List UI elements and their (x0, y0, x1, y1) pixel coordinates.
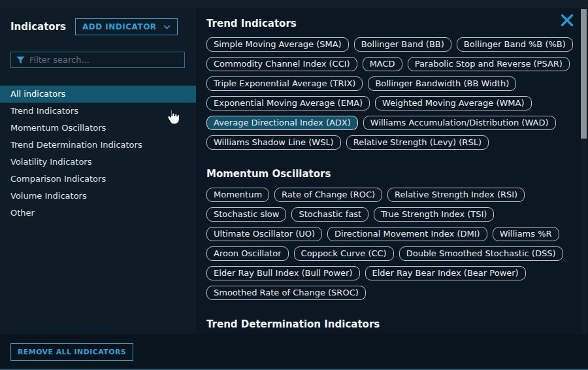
indicator-pill[interactable]: Bollinger Band %B (%B) (457, 37, 573, 52)
indicator-pill[interactable]: Elder Ray Bear Index (Bear Power) (365, 266, 526, 280)
pill-row: Smoothed Rate of Change (SROC) (206, 286, 579, 300)
pill-row: Exponential Moving Average (EMA)Weighted… (206, 96, 579, 110)
indicator-pill[interactable]: Triple Exponential Average (TRIX) (206, 76, 363, 91)
pill-row: Average Directional Index (ADX)Williams … (206, 116, 579, 130)
scrollbar-thumb[interactable] (581, 9, 587, 139)
indicator-pill[interactable]: Parabolic Stop and Reverse (PSAR) (408, 57, 570, 71)
indicator-pill[interactable]: Williams %R (493, 227, 559, 241)
pill-row: Triple Exponential Average (TRIX)Bolling… (206, 76, 579, 91)
indicator-pill[interactable]: Williams Shadow Line (WSL) (206, 135, 341, 150)
sidebar-item-volatility-indicators[interactable]: Volatility Indicators (0, 154, 196, 171)
indicator-pill[interactable]: True Strength Index (TSI) (374, 207, 494, 222)
indicator-panel: Trend IndicatorsSimple Moving Average (S… (196, 8, 579, 335)
dialog-title: Indicators (10, 21, 66, 33)
pill-row: Aroon OscillatorCoppock Curve (CC)Double… (206, 246, 579, 261)
pill-row: Stochastic slowStochastic fastTrue Stren… (206, 207, 579, 222)
indicator-pill[interactable]: Elder Ray Bull Index (Bull Power) (206, 266, 360, 280)
indicator-pill[interactable]: Bollinger Bandwidth (BB Width) (368, 76, 516, 91)
sidebar-item-all-indicators[interactable]: All indicators (0, 86, 196, 103)
indicator-pill[interactable]: Relative Strength Index (RSI) (387, 188, 525, 202)
sidebar-item-trend-determination-indicators[interactable]: Trend Determination Indicators (0, 137, 196, 154)
pill-row: MomentumRate of Change (ROC)Relative Str… (206, 188, 579, 202)
sidebar-category-list: All indicatorsTrend IndicatorsMomentum O… (0, 86, 196, 222)
indicator-pill[interactable]: Double Smoothed Stochastic (DSS) (399, 246, 563, 261)
sidebar-item-comparison-indicators[interactable]: Comparison Indicators (0, 171, 196, 188)
indicator-pill[interactable]: Simple Moving Average (SMA) (206, 37, 349, 52)
section-trend-indicators: Trend IndicatorsSimple Moving Average (S… (206, 18, 579, 150)
remove-all-indicators-button[interactable]: REMOVE ALL INDICATORS (10, 343, 133, 361)
scrollbar-track[interactable] (581, 8, 587, 335)
pill-row: Commodity Channel Index (CCI)MACDParabol… (206, 57, 579, 71)
dialog-footer: REMOVE ALL INDICATORS (0, 334, 588, 369)
indicator-pill[interactable]: Relative Strength (Levy) (RSL) (346, 135, 489, 150)
close-icon[interactable] (561, 14, 574, 27)
section-title: Momentum Oscillators (206, 168, 579, 180)
section-title: Trend Determination Indicators (206, 318, 579, 330)
pill-row: Williams Shadow Line (WSL)Relative Stren… (206, 135, 579, 150)
dialog-top-strip (0, 0, 588, 8)
sidebar-item-volume-indicators[interactable]: Volume Indicators (0, 188, 196, 205)
indicator-pill[interactable]: Exponential Moving Average (EMA) (206, 96, 370, 110)
sidebar-item-momentum-oscillators[interactable]: Momentum Oscillators (0, 120, 196, 137)
pill-row: Elder Ray Bull Index (Bull Power)Elder R… (206, 266, 579, 280)
indicator-pill[interactable]: Coppock Curve (CC) (294, 246, 394, 261)
indicator-pill[interactable]: Aroon Oscillator (206, 246, 289, 261)
chevron-down-icon (163, 25, 171, 29)
indicator-pill[interactable]: Directional Movement Index (DMI) (327, 227, 487, 241)
indicator-pill[interactable]: Rate of Change (ROC) (274, 188, 382, 202)
sidebar: Indicators ADD INDICATOR All indicatorsT… (0, 8, 196, 335)
indicator-pill[interactable]: Ultimate Oscillator (UO) (206, 227, 322, 241)
section-title: Trend Indicators (206, 18, 579, 29)
sidebar-header: Indicators ADD INDICATOR (0, 8, 196, 35)
indicator-pill[interactable]: Williams Accumulation/Distribution (WAD) (363, 116, 556, 130)
add-indicator-button[interactable]: ADD INDICATOR (75, 18, 178, 35)
add-indicator-label: ADD INDICATOR (82, 22, 157, 31)
indicator-pill[interactable]: Momentum (206, 188, 269, 202)
pill-row: Ultimate Oscillator (UO)Directional Move… (206, 227, 579, 241)
filter-funnel-icon (16, 56, 25, 64)
indicator-pill[interactable]: Stochastic slow (206, 207, 286, 222)
indicator-pill[interactable]: Commodity Channel Index (CCI) (206, 57, 357, 71)
indicator-pill[interactable]: Smoothed Rate of Change (SROC) (206, 286, 366, 300)
sidebar-item-trend-indicators[interactable]: Trend Indicators (0, 103, 196, 120)
sidebar-item-other[interactable]: Other (0, 205, 196, 222)
indicator-pill[interactable]: Stochastic fast (291, 207, 368, 222)
indicator-pill[interactable]: Weighted Moving Average (WMA) (375, 96, 531, 110)
pill-row: Simple Moving Average (SMA)Bollinger Ban… (206, 37, 579, 52)
filter-search-box[interactable] (10, 52, 185, 68)
indicator-pill[interactable]: MACD (363, 57, 402, 71)
section-momentum-oscillators: Momentum OscillatorsMomentumRate of Chan… (206, 168, 579, 300)
indicators-dialog: Indicators ADD INDICATOR All indicatorsT… (0, 0, 588, 370)
indicator-pill[interactable]: Bollinger Band (BB) (354, 37, 451, 52)
filter-search-input[interactable] (29, 55, 179, 65)
section-trend-determination-indicators: Trend Determination Indicators (206, 318, 579, 335)
indicator-pill[interactable]: Average Directional Index (ADX) (206, 116, 358, 130)
